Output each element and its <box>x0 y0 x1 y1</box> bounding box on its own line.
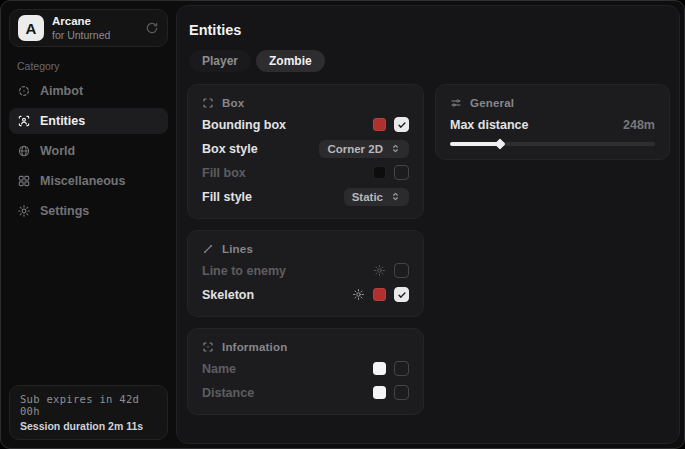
sidebar-item-label: Entities <box>40 114 85 128</box>
name-checkbox[interactable] <box>394 361 409 376</box>
check-icon <box>397 120 407 130</box>
max-distance-value: 248m <box>623 118 655 132</box>
color-swatch[interactable] <box>373 118 386 131</box>
panel-title: Information <box>222 341 287 353</box>
select-value: Corner 2D <box>327 143 383 155</box>
fill-box-checkbox[interactable] <box>394 165 409 180</box>
person-scan-icon <box>17 114 31 128</box>
row-label: Bounding box <box>202 118 286 132</box>
check-icon <box>397 290 407 300</box>
skeleton-checkbox[interactable] <box>394 287 409 302</box>
refresh-icon[interactable] <box>145 21 159 35</box>
max-distance-slider[interactable] <box>450 142 655 146</box>
sub-expiry-text: Sub expires in 42d 00h <box>20 393 157 417</box>
panel-title: Box <box>222 97 244 109</box>
sidebar-item-label: Miscellaneous <box>40 174 125 188</box>
information-panel: Information Name Distance <box>187 328 424 415</box>
bounding-box-row: Bounding box <box>202 116 409 133</box>
sidebar-item-label: Aimbot <box>40 84 83 98</box>
fill-style-row: Fill style Static <box>202 188 409 205</box>
sidebar-item-aimbot[interactable]: Aimbot <box>9 78 168 104</box>
crosshair-icon <box>17 84 31 98</box>
sidebar-item-world[interactable]: World <box>9 138 168 164</box>
session-duration-text: Session duration 2m 11s <box>20 420 157 432</box>
slider-fill <box>450 142 500 146</box>
row-label: Skeleton <box>202 288 254 302</box>
color-swatch[interactable] <box>373 288 386 301</box>
fill-style-select[interactable]: Static <box>344 188 409 206</box>
tabbar: Player Zombie <box>189 50 670 72</box>
chevron-updown-icon <box>390 191 401 202</box>
max-distance-row: Max distance 248m <box>450 118 655 132</box>
gear-icon[interactable] <box>373 264 386 277</box>
subscription-card: Sub expires in 42d 00h Session duration … <box>9 385 168 440</box>
bounding-box-checkbox[interactable] <box>394 117 409 132</box>
sidebar-item-label: Settings <box>40 204 89 218</box>
tab-player[interactable]: Player <box>189 50 251 72</box>
gear-icon <box>17 204 31 218</box>
sidebar-item-settings[interactable]: Settings <box>9 198 168 224</box>
color-swatch[interactable] <box>373 166 386 179</box>
sidebar-nav: Aimbot Entities World Miscellaneous Sett… <box>9 78 168 224</box>
box-brackets-icon <box>202 97 214 109</box>
globe-icon <box>17 144 31 158</box>
category-label: Category <box>17 60 168 72</box>
fill-box-row: Fill box <box>202 164 409 181</box>
row-label: Max distance <box>450 118 529 132</box>
box-style-row: Box style Corner 2D <box>202 140 409 157</box>
sidebar-item-miscellaneous[interactable]: Miscellaneous <box>9 168 168 194</box>
line-icon <box>202 243 214 255</box>
slider-thumb[interactable] <box>495 138 506 149</box>
gear-icon[interactable] <box>352 288 365 301</box>
distance-checkbox[interactable] <box>394 385 409 400</box>
tab-label: Zombie <box>269 54 312 68</box>
brand-title: Arcane <box>52 15 137 28</box>
distance-row: Distance <box>202 384 409 401</box>
general-panel: General Max distance 248m <box>435 84 670 160</box>
box-panel: Box Bounding box Box style Corne <box>187 84 424 219</box>
name-row: Name <box>202 360 409 377</box>
sidebar: A Arcane for Unturned Category Aimbot En… <box>1 1 176 448</box>
color-swatch[interactable] <box>373 362 386 375</box>
sliders-icon <box>450 97 462 109</box>
brand-subtitle: for Unturned <box>52 29 137 41</box>
row-label: Box style <box>202 142 258 156</box>
lines-panel: Lines Line to enemy Skeleton <box>187 230 424 317</box>
tab-label: Player <box>202 54 238 68</box>
brand-logo: A <box>18 15 44 41</box>
app-window: A Arcane for Unturned Category Aimbot En… <box>0 0 685 449</box>
line-to-enemy-checkbox[interactable] <box>394 263 409 278</box>
row-label: Fill style <box>202 190 252 204</box>
row-label: Line to enemy <box>202 264 286 278</box>
panel-title: General <box>470 97 514 109</box>
box-style-select[interactable]: Corner 2D <box>319 140 409 158</box>
row-label: Fill box <box>202 166 246 180</box>
panel-title: Lines <box>222 243 253 255</box>
sidebar-item-entities[interactable]: Entities <box>9 108 168 134</box>
row-label: Name <box>202 362 236 376</box>
chevron-updown-icon <box>390 143 401 154</box>
sidebar-item-label: World <box>40 144 75 158</box>
info-scan-icon <box>202 341 214 353</box>
color-swatch[interactable] <box>373 386 386 399</box>
skeleton-row: Skeleton <box>202 286 409 303</box>
select-value: Static <box>352 191 383 203</box>
main-panel: Entities Player Zombie Box Bounding box <box>176 5 680 444</box>
brand-card: A Arcane for Unturned <box>9 9 168 47</box>
tab-zombie[interactable]: Zombie <box>256 50 325 72</box>
grid-icon <box>17 174 31 188</box>
page-title: Entities <box>189 22 670 38</box>
row-label: Distance <box>202 386 254 400</box>
line-to-enemy-row: Line to enemy <box>202 262 409 279</box>
